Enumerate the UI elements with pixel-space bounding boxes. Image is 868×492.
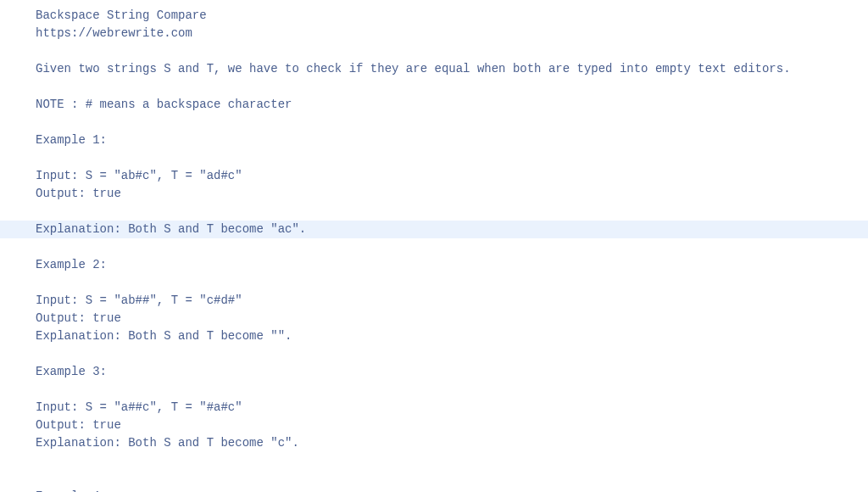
code-line[interactable]	[36, 203, 868, 221]
code-line[interactable]: Output: true	[36, 417, 868, 434]
code-line[interactable]	[36, 345, 868, 363]
code-line[interactable]	[36, 238, 868, 256]
code-editor[interactable]: Backspace String Comparehttps://webrewri…	[0, 0, 868, 492]
code-line[interactable]: Example 3:	[36, 363, 868, 381]
code-line[interactable]	[36, 274, 868, 292]
code-line[interactable]	[36, 114, 868, 131]
code-line[interactable]: Example 4:	[36, 488, 868, 492]
code-line[interactable]: Example 1:	[36, 131, 868, 149]
code-line[interactable]	[36, 42, 868, 60]
code-line[interactable]: Output: true	[36, 310, 868, 327]
code-line[interactable]: Input: S = "a##c", T = "#a#c"	[36, 399, 868, 417]
code-line[interactable]: Explanation: Both S and T become "ac".	[0, 221, 868, 238]
code-line[interactable]: Explanation: Both S and T become "".	[36, 327, 868, 345]
code-line[interactable]: https://webrewrite.com	[36, 25, 868, 42]
code-line[interactable]	[36, 381, 868, 399]
code-line[interactable]: Output: true	[36, 185, 868, 203]
code-line[interactable]	[36, 470, 868, 488]
code-line[interactable]	[36, 78, 868, 96]
code-line[interactable]: NOTE : # means a backspace character	[36, 96, 868, 114]
code-line[interactable]: Explanation: Both S and T become "c".	[36, 434, 868, 452]
code-line[interactable]	[36, 452, 868, 470]
code-line[interactable]: Example 2:	[36, 256, 868, 274]
code-line[interactable]: Backspace String Compare	[36, 7, 868, 25]
code-line[interactable]: Input: S = "ab#c", T = "ad#c"	[36, 167, 868, 185]
code-line[interactable]	[36, 149, 868, 167]
code-line[interactable]: Input: S = "ab##", T = "c#d#"	[36, 292, 868, 310]
code-line[interactable]: Given two strings S and T, we have to ch…	[36, 60, 868, 78]
